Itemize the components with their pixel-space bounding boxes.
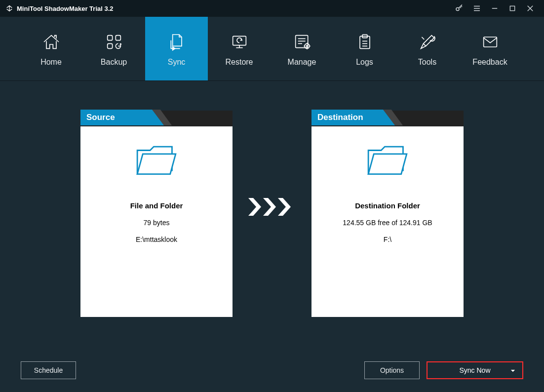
svg-rect-5: [510, 6, 514, 10]
nav-label: Logs: [356, 58, 373, 67]
nav-manage[interactable]: Manage: [271, 17, 333, 80]
destination-panel-header: Destination: [311, 111, 464, 126]
nav-feedback[interactable]: Feedback: [459, 17, 521, 80]
nav-backup[interactable]: Backup: [82, 17, 145, 80]
sync-icon: [166, 31, 188, 53]
destination-header-label: Destination: [311, 110, 383, 125]
source-path: E:\mttasklook: [136, 235, 177, 243]
nav-label: Sync: [168, 58, 186, 67]
manage-icon: [291, 31, 313, 53]
folder-icon: [364, 141, 411, 178]
destination-title: Destination Folder: [355, 201, 420, 210]
svg-rect-8: [107, 35, 112, 40]
footer: Schedule Options Sync Now: [0, 359, 544, 381]
nav-label: Manage: [288, 58, 316, 67]
nav-home[interactable]: Home: [20, 17, 82, 80]
nav-label: Restore: [225, 58, 253, 67]
feedback-icon: [479, 31, 501, 53]
schedule-button[interactable]: Schedule: [21, 361, 76, 379]
source-panel-header: Source: [80, 111, 233, 126]
svg-rect-29: [483, 37, 497, 47]
destination-size: 124.55 GB free of 124.91 GB: [343, 219, 432, 227]
nav-sync[interactable]: Sync: [145, 17, 208, 80]
arrows-icon: [247, 197, 297, 217]
svg-rect-10: [107, 43, 112, 48]
maximize-button[interactable]: [504, 0, 521, 17]
nav-logs[interactable]: Logs: [333, 17, 396, 80]
nav-label: Tools: [418, 58, 436, 67]
svg-rect-9: [116, 35, 120, 40]
folder-icon: [133, 141, 180, 178]
nav-tools[interactable]: Tools: [396, 17, 459, 80]
close-button[interactable]: [521, 0, 539, 17]
backup-icon: [103, 31, 125, 53]
caret-down-icon: [510, 366, 515, 374]
titlebar: MiniTool ShadowMaker Trial 3.2: [0, 0, 544, 17]
svg-point-0: [456, 8, 459, 11]
main-nav: Home Backup Sync Restore: [0, 17, 544, 81]
sync-now-button[interactable]: Sync Now: [427, 361, 523, 379]
destination-panel[interactable]: Destination Destination Folder 124.55 GB…: [311, 111, 464, 317]
destination-path: F:\: [384, 235, 391, 243]
logs-icon: [354, 31, 376, 53]
sync-now-label: Sync Now: [459, 366, 490, 374]
home-icon: [40, 31, 62, 53]
svg-point-19: [306, 45, 308, 46]
source-size: 79 bytes: [144, 219, 170, 227]
minimize-button[interactable]: [486, 0, 504, 17]
nav-label: Home: [40, 58, 62, 67]
source-title: File and Folder: [130, 201, 183, 210]
key-icon[interactable]: [450, 0, 468, 17]
app-logo-icon: [5, 4, 14, 13]
nav-label: Backup: [101, 58, 127, 67]
menu-icon[interactable]: [468, 0, 486, 17]
options-button[interactable]: Options: [364, 361, 420, 379]
tools-icon: [417, 31, 438, 53]
source-panel[interactable]: Source File and Folder 79 bytes E:\mttas…: [80, 111, 233, 317]
app-title: MiniTool ShadowMaker Trial 3.2: [17, 5, 114, 12]
nav-label: Feedback: [472, 58, 507, 67]
content-area: Source File and Folder 79 bytes E:\mttas…: [0, 81, 544, 357]
source-header-label: Source: [80, 110, 152, 125]
restore-icon: [229, 31, 250, 53]
nav-restore[interactable]: Restore: [208, 17, 271, 80]
